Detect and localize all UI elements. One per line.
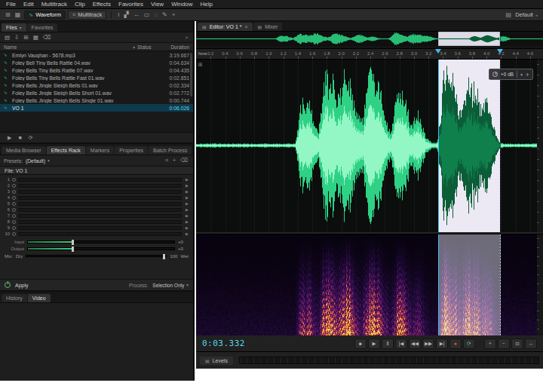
file-overview-strip[interactable]	[196, 32, 543, 46]
record-button[interactable]: ●	[449, 338, 462, 349]
spot-heal-tool-icon[interactable]: +	[170, 10, 177, 20]
mix-slider-thumb[interactable]	[163, 254, 165, 259]
open-file-icon[interactable]: ▤	[5, 34, 10, 41]
slot-arrow-icon[interactable]: ▶	[184, 183, 190, 188]
gain-slider[interactable]	[27, 240, 175, 243]
tab-history[interactable]: History	[2, 294, 27, 302]
file-row[interactable]: ∿Foley Bells Jingle Sleigh Bells Short 0…	[0, 89, 193, 96]
menu-help[interactable]: Help	[197, 0, 216, 9]
menu-favorites[interactable]: Favorites	[115, 0, 147, 9]
effect-slot[interactable]: 7▶	[3, 213, 190, 219]
loop-button[interactable]: ⟳	[463, 338, 475, 349]
effect-slot[interactable]: 1▶	[3, 176, 190, 182]
file-row[interactable]: ∿Foley Bells Tiny Bells Rattle 07.wav0:0…	[0, 66, 193, 74]
slot-power-toggle[interactable]	[12, 202, 16, 206]
time-selection-tool-icon[interactable]: I	[116, 10, 121, 20]
timeline-ruler[interactable]: hms 0.20.40.60.81.01.21.41.61.82.02.22.4…	[196, 49, 543, 60]
file-row[interactable]: ∿Foley Bells Tiny Bells Rattle Fast 01.w…	[0, 74, 193, 81]
zoom-out-button[interactable]: −	[498, 338, 510, 349]
menu-clip[interactable]: Clip	[71, 0, 89, 9]
slot-well[interactable]	[18, 226, 182, 230]
menu-file[interactable]: File	[2, 0, 20, 9]
search-icon[interactable]: ⌕	[186, 34, 189, 41]
hud-pin-icon[interactable]: ✛	[526, 72, 529, 77]
effect-slot[interactable]: 5▶	[3, 201, 190, 207]
slot-arrow-icon[interactable]: ▶	[184, 219, 190, 224]
effect-slot[interactable]: 10▶	[3, 231, 190, 237]
slip-tool-icon[interactable]: ↔	[132, 10, 141, 20]
preview-loop-icon[interactable]: ⟳	[29, 135, 33, 141]
menu-edit[interactable]: Edit	[20, 0, 38, 9]
spectrogram-display[interactable]	[196, 234, 543, 335]
slot-power-toggle[interactable]	[12, 178, 16, 182]
gain-hud[interactable]: +0 dB ▾ ✛	[489, 69, 533, 80]
slot-arrow-icon[interactable]: ▶	[184, 225, 190, 230]
gain-value[interactable]: +0 dB	[501, 72, 514, 77]
tab-markers[interactable]: Markers	[86, 146, 114, 155]
slot-well[interactable]	[18, 184, 182, 188]
slot-well[interactable]	[18, 178, 182, 182]
tab-files[interactable]: Files▾	[2, 23, 26, 32]
effect-slot[interactable]: 3▶	[3, 188, 190, 194]
file-row[interactable]: ∿Foley Bells Jingle Sleigh Bells Single …	[0, 96, 193, 104]
import-file-icon[interactable]: ⇩	[14, 34, 19, 41]
apply-button[interactable]: Apply	[15, 283, 29, 288]
skip-back-button[interactable]: |◀	[395, 338, 407, 349]
slot-arrow-icon[interactable]: ▶	[184, 207, 190, 212]
levels-tab[interactable]: ▤ Levels	[200, 357, 233, 365]
slot-well[interactable]	[18, 202, 182, 206]
process-dropdown[interactable]: Selection Only ▾	[152, 283, 189, 288]
slot-well[interactable]	[18, 190, 182, 194]
slot-power-toggle[interactable]	[12, 232, 16, 236]
tab-favorites[interactable]: Favorites	[27, 23, 58, 32]
slot-arrow-icon[interactable]: ▶	[184, 231, 190, 236]
gain-slider[interactable]	[27, 247, 175, 250]
preset-dropdown[interactable]: (Default) ▾	[26, 158, 50, 164]
waveform-view-button[interactable]: ∿Waveform	[24, 11, 66, 20]
slot-power-toggle[interactable]	[12, 196, 16, 200]
file-list-scrollbar[interactable]	[190, 53, 192, 96]
slot-power-toggle[interactable]	[12, 226, 16, 230]
slider-handle[interactable]	[72, 247, 74, 252]
tab-video[interactable]: Video	[28, 294, 51, 302]
menu-effects[interactable]: Effects	[89, 0, 115, 9]
new-item-icon[interactable]: ⊞	[23, 34, 28, 41]
file-list-header[interactable]: Name ▴ Status Duration	[0, 43, 193, 51]
tab-mixer[interactable]: ▤Mixer	[253, 23, 283, 31]
slot-power-toggle[interactable]	[12, 220, 16, 224]
stop-button[interactable]: ■	[354, 338, 367, 349]
menu-view[interactable]: View	[147, 0, 167, 9]
file-row[interactable]: ∿Foley Bell Tiny Bells Rattle 04.wav0:04…	[0, 59, 193, 66]
effect-slot[interactable]: 8▶	[3, 219, 190, 225]
time-display[interactable]: 0:03.332	[202, 338, 245, 348]
panel-grid-icon[interactable]: ⊞	[4, 10, 12, 20]
file-row[interactable]: ∿Emlyn Vaughan - 5678.mp33:19.667	[0, 51, 193, 59]
close-icon[interactable]: ×	[244, 24, 247, 29]
slot-well[interactable]	[18, 214, 182, 218]
slot-power-toggle[interactable]	[12, 190, 16, 194]
workspace-switcher[interactable]: ▤ Default »	[505, 10, 539, 20]
multitrack-view-button[interactable]: ≡Multitrack	[68, 11, 106, 20]
overview-waveform[interactable]	[196, 32, 543, 46]
delete-file-icon[interactable]: ⌫	[43, 34, 51, 41]
gain-knob-icon[interactable]	[492, 72, 498, 77]
pause-button[interactable]: Ⅱ	[382, 338, 394, 349]
hud-options-icon[interactable]: ▾	[520, 72, 523, 77]
preset-menu-icon[interactable]: ≡	[164, 158, 170, 164]
zoom-full-button[interactable]: ↔	[525, 338, 537, 349]
file-row[interactable]: ∿Foley Bells Jingle Sleigh Bells 01.wav0…	[0, 81, 193, 89]
layout-icon[interactable]: ▦	[14, 10, 23, 20]
lasso-tool-icon[interactable]: ◌	[152, 10, 159, 20]
tab-editor-vo-1-[interactable]: ▤Editor: VO 1 *×	[198, 23, 253, 31]
zoom-to-selection-button[interactable]: ⊡	[511, 338, 523, 349]
column-name[interactable]: Name	[4, 44, 130, 50]
channel-grid-icon[interactable]: ⊞	[198, 62, 203, 68]
effect-slot[interactable]: 6▶	[3, 207, 190, 213]
file-row[interactable]: ∿VO 10:06.026	[0, 104, 193, 112]
tab-batch-process[interactable]: Batch Process	[149, 146, 192, 155]
slot-arrow-icon[interactable]: ▶	[184, 213, 190, 218]
skip-forward-button[interactable]: ▶|	[436, 338, 448, 349]
menu-window[interactable]: Window	[167, 0, 196, 9]
mix-slider[interactable]	[26, 255, 167, 257]
preview-play-icon[interactable]: ▶	[8, 135, 11, 141]
